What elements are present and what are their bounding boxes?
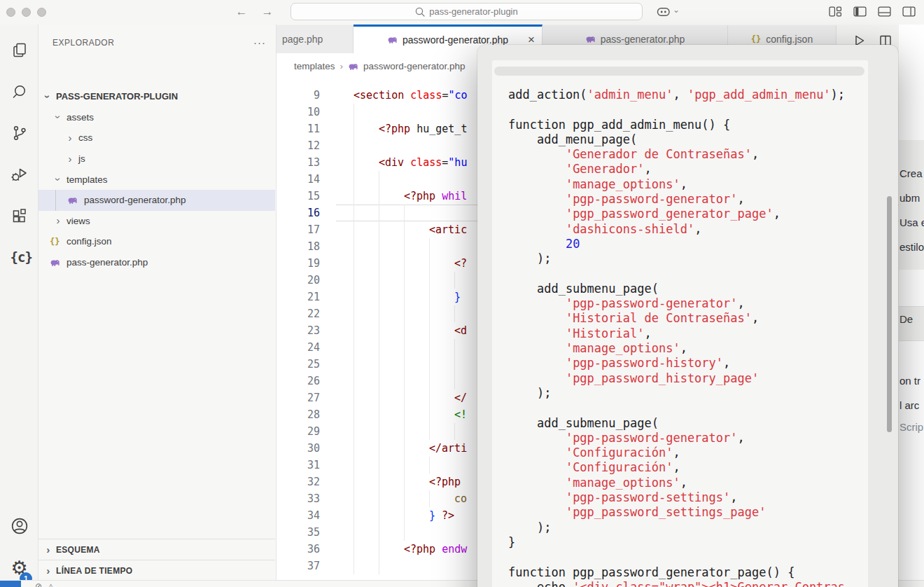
horizontal-scrollbar[interactable] xyxy=(494,67,864,76)
preview-code-line: 20 xyxy=(508,237,845,251)
toggle-secondary-sidebar-icon[interactable] xyxy=(902,6,916,17)
php-file-icon xyxy=(67,195,78,205)
php-file-icon xyxy=(387,35,398,45)
minimize-window-button[interactable] xyxy=(22,8,31,17)
source-control-icon[interactable] xyxy=(10,124,29,142)
sidebar-section-l-nea-de-tiempo[interactable]: ›LÍNEA DE TIEMPO xyxy=(38,560,275,581)
indent-guide xyxy=(354,373,379,389)
code-token: add_action( xyxy=(508,88,587,102)
indent-guide xyxy=(354,289,379,305)
tree-item-views[interactable]: ›views xyxy=(38,211,275,232)
command-center-search[interactable]: pass-generator-plugin xyxy=(290,3,643,20)
sidebar-title: EXPLORADOR xyxy=(52,38,114,48)
tree-item-pass-generator-plugin[interactable]: ›PASS-GENERATOR-PLUGIN xyxy=(38,86,275,107)
indent-guide xyxy=(354,558,379,574)
line-number: 15 xyxy=(276,188,336,205)
problems-status[interactable]: ⊘△ xyxy=(35,581,54,587)
search-view-icon[interactable] xyxy=(10,83,29,101)
tree-item-css[interactable]: ›css xyxy=(38,127,275,149)
code-token: 'pgp_password_generator_page' xyxy=(566,207,774,221)
indent-guide xyxy=(404,389,429,406)
line-content: <?php xyxy=(336,474,461,490)
line-number: 20 xyxy=(276,272,336,289)
close-window-button[interactable] xyxy=(6,8,15,17)
vertical-scrollbar-thumb[interactable] xyxy=(887,196,892,432)
indent-guide xyxy=(379,423,404,440)
code-token: add_submenu_page( xyxy=(508,282,659,296)
code-token: ?> xyxy=(435,509,454,522)
tree-item-templates[interactable]: ›templates xyxy=(38,169,275,190)
code-token xyxy=(508,207,566,221)
indent-guide xyxy=(429,339,454,356)
code-token: class xyxy=(404,156,442,169)
indent-guide xyxy=(354,322,379,339)
line-number: 16 xyxy=(276,205,336,221)
toggle-primary-sidebar-icon[interactable] xyxy=(853,6,867,17)
line-number: 32 xyxy=(276,474,336,490)
toggle-panel-icon[interactable] xyxy=(878,6,891,17)
preview-code-line: 'pgp_password_history_page' xyxy=(508,371,845,386)
indent-guide xyxy=(404,221,429,238)
indent-guide xyxy=(429,305,454,322)
extensions-icon[interactable] xyxy=(10,207,29,225)
code-token: "co xyxy=(448,89,467,102)
preview-code-line: 'Historial', xyxy=(508,326,845,341)
line-number: 14 xyxy=(276,171,336,188)
nav-forward-button[interactable]: → xyxy=(260,5,275,19)
indent-guide xyxy=(354,457,379,474)
chevron-down-icon: › xyxy=(52,174,64,185)
sidebar-section-esquema[interactable]: ›ESQUEMA xyxy=(38,539,275,560)
close-icon[interactable]: × xyxy=(528,35,535,45)
code-token xyxy=(508,476,566,490)
tree-item-password-generator-php[interactable]: password-generator.php xyxy=(38,190,275,211)
indent-guide xyxy=(354,255,379,272)
preview-code-line: 'manage_options', xyxy=(508,341,845,356)
partial-button[interactable]: De xyxy=(899,313,913,325)
line-content xyxy=(336,238,454,255)
code-token: 'pgp-password-generator' xyxy=(566,296,738,310)
preview-code-line: ); xyxy=(508,386,845,401)
indent-guide xyxy=(354,305,379,322)
tab-label: password-generator.php xyxy=(402,34,508,46)
tree-item-label: PASS-GENERATOR-PLUGIN xyxy=(56,91,178,102)
nav-back-button[interactable]: ← xyxy=(234,5,249,19)
indent-guide xyxy=(429,255,454,272)
indent-guide xyxy=(354,423,379,440)
code-token xyxy=(508,505,566,519)
tree-item-label: password-generator.php xyxy=(84,195,186,205)
line-content xyxy=(336,457,454,474)
preview-code-line: 'Historial de Contraseñas', xyxy=(508,311,845,326)
run-debug-icon[interactable] xyxy=(10,165,29,184)
code-token: , xyxy=(673,88,687,102)
accounts-icon[interactable] xyxy=(0,516,38,536)
tree-item-js[interactable]: ›js xyxy=(38,149,275,170)
zoom-window-button[interactable] xyxy=(37,8,46,17)
c-braces-extension-icon[interactable]: {c} xyxy=(10,248,29,266)
chevron-down-icon: › xyxy=(52,111,64,123)
indent-guide xyxy=(404,507,429,524)
remote-indicator[interactable]: >< xyxy=(0,581,21,587)
tree-item-config-json[interactable]: {}config.json xyxy=(38,231,275,252)
breadcrumb-folder[interactable]: templates xyxy=(294,61,335,71)
tree-item-assets[interactable]: ›assets xyxy=(38,107,275,128)
line-content: <artic xyxy=(336,221,467,238)
explorer-icon[interactable] xyxy=(10,41,29,60)
preview-code-line: add_menu_page( xyxy=(508,132,845,147)
copilot-menu-button[interactable]: ⌄ xyxy=(657,6,680,18)
tab-page-php[interactable]: page.php xyxy=(276,25,354,53)
json-file-icon: {} xyxy=(751,34,761,44)
customize-layout-icon[interactable] xyxy=(829,6,842,17)
more-actions-icon[interactable]: ··· xyxy=(253,36,266,48)
line-number: 13 xyxy=(276,154,336,171)
indent-guide xyxy=(379,255,404,272)
line-number: 19 xyxy=(276,255,336,272)
preview-code-line: function pgp_password_generator_page() { xyxy=(508,565,845,580)
line-content: </ xyxy=(336,389,467,406)
code-token: , xyxy=(680,177,687,191)
breadcrumb-file[interactable]: password-generator.php xyxy=(363,61,465,71)
code-token: <d xyxy=(454,324,467,337)
indent-guide xyxy=(379,205,404,221)
indent-guide xyxy=(429,490,454,507)
tree-item-pass-generator-php[interactable]: pass-generator.php xyxy=(38,252,275,273)
preview-code-line: ); xyxy=(508,520,845,535)
